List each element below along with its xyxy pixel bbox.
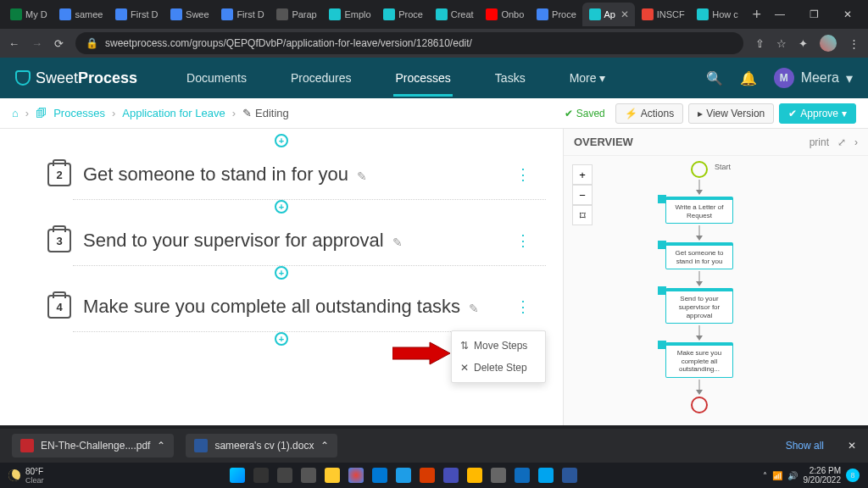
chevron-right-icon[interactable]: › <box>854 136 858 148</box>
browser-tab[interactable]: Proce <box>530 3 581 26</box>
search-taskbar-icon[interactable] <box>253 468 269 483</box>
approve-button[interactable]: ✔Approve ▾ <box>779 103 856 124</box>
chrome-icon[interactable] <box>348 468 364 483</box>
folder-icon[interactable] <box>467 468 482 483</box>
close-tab-icon[interactable]: ✕ <box>620 8 629 20</box>
app-icon[interactable] <box>515 468 530 483</box>
zoom-out-button[interactable]: − <box>572 185 593 205</box>
nav-link[interactable]: Processes <box>374 59 473 97</box>
bell-icon[interactable]: 🔔 <box>740 70 757 86</box>
profile-avatar-icon[interactable] <box>820 35 837 52</box>
new-tab-button[interactable]: + <box>743 6 770 24</box>
add-step-button[interactable]: + <box>275 200 288 214</box>
chevron-up-icon[interactable]: ⌃ <box>157 440 165 452</box>
app-logo[interactable]: SweetProcess <box>15 69 137 87</box>
window-maximize[interactable]: ❐ <box>804 8 824 20</box>
print-link[interactable]: print <box>810 136 829 148</box>
browser-tab[interactable]: Emplo <box>322 3 376 26</box>
step-menu-button[interactable]: ⋮ <box>515 297 529 316</box>
nav-link[interactable]: Procedures <box>269 59 374 97</box>
app-icon[interactable] <box>491 468 506 483</box>
nav-back-icon[interactable]: ← <box>8 37 19 50</box>
flow-node[interactable]: Make sure you complete all outstanding..… <box>665 342 733 378</box>
nav-link[interactable]: Documents <box>164 59 269 97</box>
breadcrumb-process[interactable]: Application for Leave <box>122 107 225 119</box>
flow-node[interactable]: Write a Letter of Request <box>665 197 733 224</box>
volume-icon[interactable]: 🔊 <box>787 471 798 480</box>
explorer-icon[interactable] <box>325 468 340 483</box>
flow-end-node[interactable] <box>691 396 708 413</box>
download-item[interactable]: EN-The-Challenge....pdf⌃ <box>12 434 174 458</box>
nav-reload-icon[interactable]: ⟳ <box>54 37 64 50</box>
system-tray[interactable]: ˄ 📶 🔊 2:26 PM9/20/2022 8 <box>763 466 860 485</box>
taskview-icon[interactable] <box>277 468 292 483</box>
download-item[interactable]: sameera's cv (1).docx⌃ <box>186 434 337 458</box>
browser-tab[interactable]: Swee <box>164 3 214 26</box>
view-version-button[interactable]: ▸View Version <box>688 103 774 124</box>
word-icon[interactable] <box>562 468 577 483</box>
pencil-icon[interactable]: ✎ <box>357 169 367 183</box>
app-icon[interactable] <box>538 468 554 483</box>
notification-badge[interactable]: 8 <box>846 469 860 482</box>
browser-tab[interactable]: First D <box>108 3 164 26</box>
step-title[interactable]: Send to your supervisor for approval ✎ <box>83 230 403 252</box>
url-input[interactable]: 🔒 sweetprocess.com/groups/QEPQfDvbP/appl… <box>75 32 743 54</box>
browser-tab[interactable]: Parap <box>270 3 322 26</box>
browser-tab[interactable]: My D <box>3 3 53 26</box>
window-minimize[interactable]: — <box>770 8 790 20</box>
step-title[interactable]: Make sure you complete all outstanding t… <box>83 296 479 318</box>
step-title[interactable]: Get someone to stand in for you ✎ <box>83 164 367 186</box>
process-step[interactable]: 3Send to your supervisor for approval ✎⋮ <box>0 215 563 266</box>
user-menu[interactable]: M Meera ▾ <box>774 68 853 88</box>
share-icon[interactable]: ⇧ <box>755 37 765 50</box>
nav-forward-icon[interactable]: → <box>31 37 42 50</box>
browser-tab[interactable]: INSCF <box>635 3 691 26</box>
chevron-up-icon[interactable]: ⌃ <box>320 440 329 452</box>
flow-start-node[interactable] <box>691 161 708 178</box>
window-close[interactable]: ✕ <box>837 8 858 20</box>
zoom-in-button[interactable]: + <box>572 164 593 185</box>
add-step-button[interactable]: + <box>275 134 288 147</box>
process-step[interactable]: 4Make sure you complete all outstanding … <box>0 281 563 332</box>
browser-tab[interactable]: Proce <box>376 3 428 26</box>
teams-icon[interactable] <box>443 468 459 483</box>
pencil-icon[interactable]: ✎ <box>469 302 479 315</box>
add-step-button[interactable]: + <box>275 266 288 280</box>
add-step-button[interactable]: + <box>275 332 288 346</box>
expand-icon[interactable]: ⤢ <box>837 136 846 148</box>
move-steps-item[interactable]: ⇅Move Steps <box>452 335 545 357</box>
pencil-icon[interactable]: ✎ <box>392 236 403 249</box>
edge-icon[interactable] <box>396 468 411 483</box>
extensions-icon[interactable]: ✦ <box>798 37 808 50</box>
widgets-icon[interactable] <box>301 468 316 483</box>
nav-link[interactable]: Tasks <box>473 59 548 97</box>
flow-node[interactable]: Send to your supervisor for approval <box>665 288 733 324</box>
mail-icon[interactable] <box>372 468 387 483</box>
close-shelf-button[interactable]: ✕ <box>848 440 856 452</box>
step-menu-button[interactable]: ⋮ <box>515 231 529 250</box>
search-icon[interactable]: 🔍 <box>706 70 723 86</box>
delete-step-item[interactable]: ✕Delete Step <box>452 357 545 379</box>
browser-tab[interactable]: samee <box>53 3 108 26</box>
nav-link[interactable]: More ▾ <box>548 59 628 97</box>
kebab-menu-icon[interactable]: ⋮ <box>849 37 860 50</box>
show-all-downloads[interactable]: Show all <box>786 440 824 452</box>
breadcrumb-processes[interactable]: Processes <box>53 107 105 119</box>
wifi-icon[interactable]: 📶 <box>772 471 782 480</box>
browser-tab[interactable]: Onbo <box>479 3 530 26</box>
browser-tab[interactable]: First D <box>214 3 270 26</box>
process-step[interactable]: 2Get someone to stand in for you ✎⋮ <box>0 149 563 200</box>
office-icon[interactable] <box>420 468 435 483</box>
weather-widget[interactable]: 80°FClear <box>8 467 44 485</box>
home-icon[interactable]: ⌂ <box>12 107 19 119</box>
zoom-fit-button[interactable]: ⌑ <box>572 205 593 225</box>
browser-tab[interactable]: Creat <box>429 3 480 26</box>
flow-node[interactable]: Get someone to stand in for you <box>665 242 733 269</box>
tray-chevron-icon[interactable]: ˄ <box>763 471 767 480</box>
bookmark-icon[interactable]: ☆ <box>776 37 787 50</box>
browser-tab[interactable]: How c <box>690 3 743 26</box>
step-menu-button[interactable]: ⋮ <box>515 165 529 184</box>
start-icon[interactable] <box>230 468 245 483</box>
actions-button[interactable]: ⚡Actions <box>615 103 683 124</box>
browser-tab[interactable]: Ap✕ <box>582 3 635 26</box>
